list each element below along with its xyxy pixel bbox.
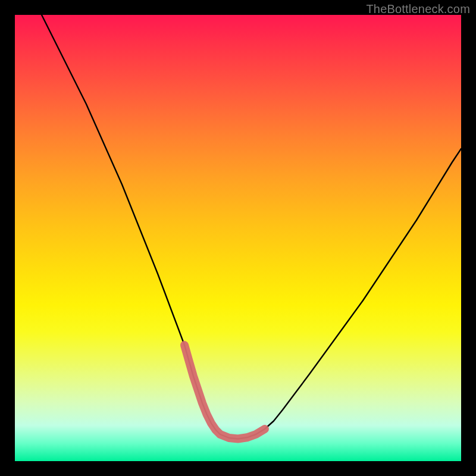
chart-frame: TheBottleneck.com [0,0,476,476]
watermark-text: TheBottleneck.com [366,2,470,16]
chart-svg [15,15,461,461]
sweet-range [184,345,265,439]
bottleneck-curve [42,15,461,439]
